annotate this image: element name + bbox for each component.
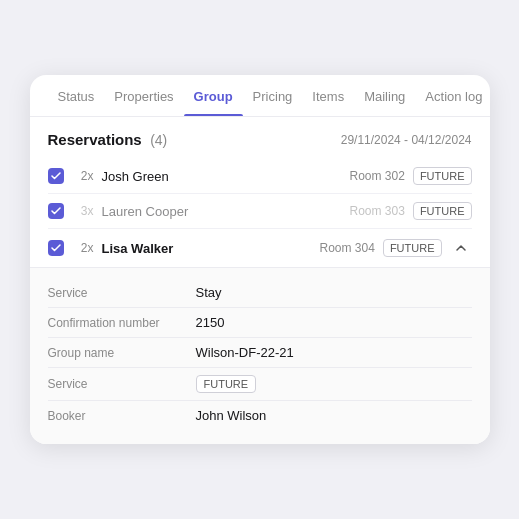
detail-row-confirmation: Confirmation number 2150 (48, 308, 472, 338)
detail-value-booker: John Wilson (196, 408, 267, 423)
detail-row-service: Service Stay (48, 278, 472, 308)
tab-group[interactable]: Group (184, 75, 243, 116)
checkbox-lauren[interactable] (48, 203, 64, 219)
tab-properties[interactable]: Properties (104, 75, 183, 116)
tab-mailing[interactable]: Mailing (354, 75, 415, 116)
name-josh: Josh Green (102, 169, 342, 184)
detail-row-status: Service FUTURE (48, 368, 472, 401)
detail-row-group-name: Group name Wilson-DF-22-21 (48, 338, 472, 368)
tab-pricing[interactable]: Pricing (243, 75, 303, 116)
table-row: 3x Lauren Cooper Room 303 FUTURE (48, 194, 472, 229)
qty-lisa: 2x (72, 241, 94, 255)
date-range: 29/11/2024 - 04/12/2024 (341, 133, 472, 147)
qty-lauren: 3x (72, 204, 94, 218)
detail-label-status: Service (48, 377, 188, 391)
detail-label-booker: Booker (48, 409, 188, 423)
detail-badge-status: FUTURE (196, 375, 257, 393)
title-text: Reservations (48, 131, 142, 148)
qty-josh: 2x (72, 169, 94, 183)
badge-josh: FUTURE (413, 167, 472, 185)
table-row: 2x Josh Green Room 302 FUTURE (48, 159, 472, 194)
badge-lisa: FUTURE (383, 239, 442, 257)
page-title: Reservations (4) (48, 131, 168, 149)
detail-label-group-name: Group name (48, 346, 188, 360)
checkbox-lisa[interactable] (48, 240, 64, 256)
detail-panel: Service Stay Confirmation number 2150 Gr… (30, 267, 490, 444)
tab-items[interactable]: Items (302, 75, 354, 116)
detail-value-service: Stay (196, 285, 222, 300)
detail-value-confirmation: 2150 (196, 315, 225, 330)
table-row: 2x Lisa Walker Room 304 FUTURE (48, 229, 472, 267)
detail-value-group-name: Wilson-DF-22-21 (196, 345, 294, 360)
reservations-list: 2x Josh Green Room 302 FUTURE 3x Lauren … (30, 159, 490, 267)
tab-bar: Status Properties Group Pricing Items Ma… (30, 75, 490, 117)
room-josh: Room 302 (350, 169, 405, 183)
collapse-button[interactable] (450, 237, 472, 259)
main-card: Status Properties Group Pricing Items Ma… (30, 75, 490, 444)
detail-label-confirmation: Confirmation number (48, 316, 188, 330)
checkbox-josh[interactable] (48, 168, 64, 184)
tab-action-log[interactable]: Action log (415, 75, 489, 116)
room-lisa: Room 304 (320, 241, 375, 255)
room-lauren: Room 303 (350, 204, 405, 218)
detail-row-booker: Booker John Wilson (48, 401, 472, 430)
badge-lauren: FUTURE (413, 202, 472, 220)
tab-status[interactable]: Status (48, 75, 105, 116)
detail-label-service: Service (48, 286, 188, 300)
name-lisa: Lisa Walker (102, 241, 312, 256)
reservation-count: (4) (150, 132, 167, 148)
name-lauren: Lauren Cooper (102, 204, 342, 219)
header-row: Reservations (4) 29/11/2024 - 04/12/2024 (30, 117, 490, 159)
